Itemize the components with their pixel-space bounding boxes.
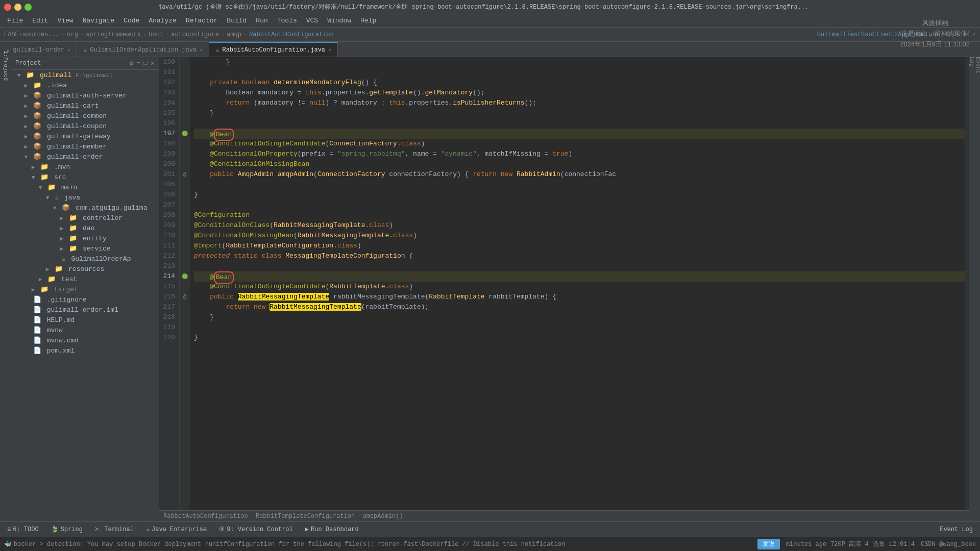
sidebar-close-btn[interactable]: ✕ [151, 59, 155, 67]
tree-test[interactable]: ▶ 📁 test [11, 274, 159, 284]
tab-close-app[interactable]: ✕ [200, 47, 203, 53]
sidebar-settings-btn[interactable]: ⚙ [130, 59, 134, 67]
tree-service[interactable]: ▶ 📁 service [11, 243, 159, 254]
tree-mvn[interactable]: ▶ 📁 .mvn [11, 162, 159, 172]
code-view[interactable]: 190 191 192 193 194 195 196 197 198 199 … [159, 57, 969, 510]
code-line-219 [194, 322, 965, 333]
tab-gulimall-order[interactable]: ☕ gulimall-order ✕ [0, 42, 77, 57]
tab-gulimall-order-application[interactable]: ☕ GulimallOrderApplication.java ✕ [77, 42, 209, 57]
tree-pomxml[interactable]: 📄 pom.xml [11, 345, 159, 356]
tree-mvnw[interactable]: 📄 mvnw [11, 325, 159, 335]
spring-label: Spring [61, 526, 83, 533]
tree-resources[interactable]: ▶ 📁 resources [11, 264, 159, 274]
tree-idea[interactable]: ▶ 📁 .idea [11, 80, 159, 90]
tree-controller[interactable]: ▶ 📁 controller [11, 213, 159, 223]
menu-item-vcs[interactable]: VCS [302, 16, 322, 26]
event-log-btn[interactable]: Event Log [970, 60, 979, 69]
menu-item-tools[interactable]: Tools [273, 16, 301, 26]
menu-item-run[interactable]: Run [252, 16, 272, 26]
tree-entity[interactable]: ▶ 📁 entity [11, 233, 159, 243]
editor-area: 190 191 192 193 194 195 196 197 198 199 … [159, 57, 969, 521]
menu-item-file[interactable]: File [3, 16, 27, 26]
version-control-tool[interactable]: ⑨ 9: Version Control [216, 524, 296, 534]
tab-close-gulimall-order[interactable]: ✕ [67, 47, 70, 53]
menu-item-navigate[interactable]: Navigate [79, 16, 118, 26]
git-info: GulimallTestSsoClient2Application [817, 31, 939, 38]
code-content[interactable]: } private boolean determineMandatoryFlag… [190, 57, 965, 510]
notification-send-btn[interactable]: 发送 [757, 539, 780, 549]
run-dashboard-icon: ▶ [305, 525, 309, 533]
tree-order[interactable]: ▼ 📦 gulimall-order [11, 152, 159, 162]
run-dashboard-label: Run Dashboard [311, 526, 359, 533]
code-line-200: @ConditionalOnMissingBean [194, 159, 965, 169]
tree-auth-server[interactable]: ▶ 📦 gulimall-auth-server [11, 90, 159, 101]
sidebar-expand-btn[interactable]: □ [143, 59, 148, 67]
line-numbers: 190 191 192 193 194 195 196 197 198 199 … [159, 57, 180, 510]
sidebar-header: Project ⚙ − □ ✕ [11, 57, 159, 70]
tab-rabbit-auto-configuration[interactable]: ☕ RabbitAutoConfiguration.java ✕ [209, 42, 338, 57]
tree-helpmd[interactable]: 📄 HELP.md [11, 315, 159, 325]
notification-text: bocker > detection: You may setup Docker… [14, 541, 753, 548]
event-log-tool[interactable]: Event Log [937, 525, 976, 534]
terminal-label: Terminal [104, 526, 134, 533]
tree-gitignore[interactable]: 📄 .gitignore [11, 294, 159, 305]
menu-item-analyze[interactable]: Analyze [144, 16, 181, 26]
bc-rabbit-template[interactable]: RabbitTemplateConfiguration [256, 513, 355, 520]
menu-item-build[interactable]: Build [223, 16, 251, 26]
todo-tool[interactable]: ≡ 6: TODO [4, 525, 42, 534]
menu-item-code[interactable]: Code [119, 16, 143, 26]
tree-member[interactable]: ▶ 📦 gulimall-member [11, 141, 159, 152]
tree-gulimall[interactable]: ▼ 📁 gulimall F:\gulimall [11, 70, 159, 80]
menu-item-window[interactable]: Window [323, 16, 355, 26]
code-line-218: } [194, 312, 965, 322]
nav-amqp[interactable]: amqp [227, 31, 241, 38]
nav-springframework[interactable]: springframework [86, 31, 141, 38]
nav-rabbitautoconfig[interactable]: RabbitAutoConfiguration [249, 31, 334, 38]
tool-btn-2[interactable]: 2 [1, 74, 10, 84]
right-tools: Event Log [969, 57, 980, 521]
bc-rabbit-auto[interactable]: RabbitAutoConfiguration [163, 513, 248, 520]
editor-breadcrumb: RabbitAutoConfiguration › RabbitTemplate… [159, 510, 969, 521]
tree-coupon[interactable]: ▶ 📦 gulimall-coupon [11, 121, 159, 131]
tree-mvnwcmd[interactable]: 📄 mvnw.cmd [11, 335, 159, 345]
tree-package[interactable]: ▼ 📦 com.atguigu.gulima [11, 203, 159, 213]
menu-item-edit[interactable]: Edit [28, 16, 52, 26]
bc-amqp-admin[interactable]: amqpAdmin() [362, 513, 403, 520]
tree-java[interactable]: ▼ ☕ java [11, 192, 159, 203]
maximize-btn[interactable] [24, 4, 32, 11]
code-line-214: @Bean [194, 271, 965, 282]
sidebar-collapse-btn[interactable]: − [137, 59, 141, 67]
nav-boot[interactable]: boot [149, 31, 163, 38]
minimize-btn[interactable] [14, 4, 21, 11]
version-control-label: 9: Version Control [227, 526, 293, 533]
code-line-194: return (mandatory != null) ? mandatory :… [194, 98, 965, 108]
java-enterprise-tool[interactable]: ☕ Java Enterprise [143, 524, 210, 534]
tree-main[interactable]: ▼ 📁 main [11, 182, 159, 192]
menu-item-help[interactable]: Help [356, 16, 380, 26]
nav-org[interactable]: org [67, 31, 78, 38]
menu-item-view[interactable]: View [53, 16, 77, 26]
git-status: Git: ✓ ✓ [946, 31, 976, 38]
title-bar: java/util/gc (全谢 sc全由)/java/util/factory… [0, 0, 980, 14]
code-line-197: @Bean [194, 129, 965, 139]
close-btn[interactable] [4, 4, 11, 11]
tree-iml[interactable]: 📄 gulimall-order.iml [11, 305, 159, 315]
code-line-212: protected static class MessagingTemplate… [194, 251, 965, 261]
tree-target[interactable]: ▶ 📁 target [11, 284, 159, 294]
menu-item-refactor[interactable]: Refactor [182, 16, 222, 26]
tree-src[interactable]: ▼ 📁 src [11, 172, 159, 182]
tab-close-rabbit[interactable]: ✕ [328, 47, 331, 53]
terminal-tool[interactable]: >_ Terminal [92, 525, 137, 534]
status-time: 12:01:4 [889, 541, 915, 548]
tree-gateway[interactable]: ▶ 📦 gulimall-gateway [11, 131, 159, 141]
java-enterprise-label: Java Enterprise [152, 526, 207, 533]
tree-cart[interactable]: ▶ 📦 gulimall-cart [11, 101, 159, 111]
tree-dao[interactable]: ▶ 📁 dao [11, 223, 159, 233]
tree-gulimall-order-app[interactable]: ☕ GulimallOrderAp [11, 254, 159, 264]
tree-common[interactable]: ▶ 📦 gulimall-common [11, 111, 159, 121]
nav-autoconfigure[interactable]: autoconfigure [171, 31, 219, 38]
nav-ease[interactable]: EASE-sources... [4, 31, 59, 38]
project-tool-btn[interactable]: 1:Project [1, 61, 10, 70]
run-dashboard-tool[interactable]: ▶ Run Dashboard [302, 524, 362, 534]
spring-tool[interactable]: 🍃 Spring [48, 524, 86, 534]
